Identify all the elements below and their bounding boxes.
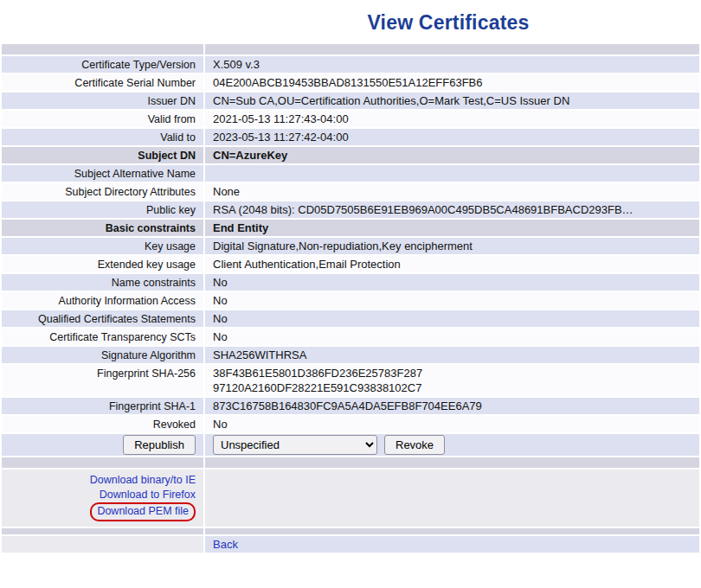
name-constraints-value: No (205, 274, 699, 291)
subject-directory-attributes-value: None (205, 183, 699, 200)
row-serial-number: Certificate Serial Number 04E200ABCB1945… (2, 74, 699, 91)
issuer-dn-label: Issuer DN (2, 93, 203, 109)
certificate-type-value: X.509 v.3 (205, 56, 699, 73)
revoke-button[interactable]: Revoke (384, 435, 445, 455)
row-fingerprint-sha1: Fingerprint SHA-1 873C16758B164830FC9A5A… (2, 398, 699, 414)
fingerprint-sha1-label: Fingerprint SHA-1 (2, 398, 203, 414)
back-link[interactable]: Back (213, 538, 238, 551)
spacer-row-mid-2 (2, 528, 699, 534)
valid-to-label: Valid to (2, 129, 203, 145)
serial-number-value: 04E200ABCB19453BBAD8131550E51A12EFF63FB6 (205, 74, 699, 91)
subject-alt-name-label: Subject Alternative Name (2, 165, 203, 182)
basic-constraints-value: End Entity (205, 220, 699, 236)
spacer-cell (2, 528, 203, 534)
fingerprint-sha256-label: Fingerprint SHA-256 (2, 365, 203, 396)
subject-alt-name-value (205, 165, 699, 182)
row-valid-to: Valid to 2023-05-13 11:27:42-04:00 (2, 129, 699, 145)
spacer-cell (2, 457, 203, 468)
public-key-label: Public key (2, 201, 203, 218)
row-certificate-type: Certificate Type/Version X.509 v.3 (2, 56, 699, 73)
republish-button[interactable]: Republish (123, 435, 196, 455)
key-usage-value: Digital Signature,Non-repudiation,Key en… (205, 238, 699, 254)
subject-dn-label: Subject DN (2, 147, 203, 163)
subject-dn-value: CN=AzureKey (205, 147, 699, 163)
back-cell: Back (205, 536, 699, 553)
row-name-constraints: Name constraints No (2, 274, 699, 291)
name-constraints-label: Name constraints (2, 274, 203, 291)
certificate-transparency-scts-label: Certificate Transparency SCTs (2, 329, 203, 345)
spacer-row-mid-1 (2, 457, 699, 468)
row-fingerprint-sha256: Fingerprint SHA-256 38F43B61E5801D386FD2… (2, 365, 699, 396)
row-revoked: Revoked No (2, 416, 699, 432)
row-qualified-certificates-statements: Qualified Certificates Statements No (2, 310, 699, 327)
pem-highlight-ring: Download PEM file (90, 502, 196, 521)
certificate-transparency-scts-value: No (205, 329, 699, 345)
subject-directory-attributes-label: Subject Directory Attributes (2, 183, 203, 200)
certificate-type-label: Certificate Type/Version (2, 56, 203, 73)
spacer-cell (205, 457, 699, 468)
downloads-empty-cell (205, 470, 699, 527)
row-downloads: Download binary/to IE Download to Firefo… (2, 470, 699, 527)
extended-key-usage-label: Extended key usage (2, 256, 203, 272)
revocation-reason-select[interactable]: Unspecified (213, 435, 377, 455)
page-title: View Certificates (196, 11, 701, 35)
qualified-certificates-statements-value: No (205, 310, 699, 327)
certificate-table: Certificate Type/Version X.509 v.3 Certi… (0, 42, 701, 554)
row-signature-algorithm: Signature Algorithm SHA256WITHRSA (2, 347, 699, 363)
back-empty-cell (2, 536, 203, 553)
spacer-cell (205, 528, 699, 534)
fingerprint-sha256-line2: 97120A2160DF28221E591C93838102C7 (213, 380, 691, 395)
row-back: Back (2, 536, 699, 553)
serial-number-label: Certificate Serial Number (2, 74, 203, 91)
row-key-usage: Key usage Digital Signature,Non-repudiat… (2, 238, 699, 254)
row-subject-dn: Subject DN CN=AzureKey (2, 147, 699, 163)
fingerprint-sha1-value: 873C16758B164830FC9A5A4DA5EFB8F704EE6A79 (205, 398, 699, 414)
download-binary-ie-link[interactable]: Download binary/to IE (90, 474, 196, 486)
fingerprint-sha256-value: 38F43B61E5801D386FD236E25783F287 97120A2… (205, 365, 699, 396)
revoked-value: No (205, 416, 699, 432)
view-certificates-page: View Certificates Certificate Type/Versi… (0, 0, 701, 588)
fingerprint-sha256-line1: 38F43B61E5801D386FD236E25783F287 (213, 366, 691, 380)
row-valid-from: Valid from 2021-05-13 11:27:43-04:00 (2, 111, 699, 127)
spacer-cell (2, 44, 203, 54)
republish-cell: Republish (2, 434, 203, 456)
row-issuer-dn: Issuer DN CN=Sub CA,OU=Certification Aut… (2, 93, 699, 109)
key-usage-label: Key usage (2, 238, 203, 254)
row-extended-key-usage: Extended key usage Client Authentication… (2, 256, 699, 272)
revoked-label: Revoked (2, 416, 203, 432)
signature-algorithm-value: SHA256WITHRSA (205, 347, 699, 363)
row-public-key: Public key RSA (2048 bits): CD05D7505B6E… (2, 201, 699, 218)
download-links-cell: Download binary/to IE Download to Firefo… (2, 470, 203, 527)
issuer-dn-value: CN=Sub CA,OU=Certification Authorities,O… (205, 93, 699, 109)
download-firefox-link[interactable]: Download to Firefox (100, 489, 196, 501)
valid-from-value: 2021-05-13 11:27:43-04:00 (205, 111, 699, 127)
row-subject-directory-attributes: Subject Directory Attributes None (2, 183, 699, 200)
row-authority-information-access: Authority Information Access No (2, 292, 699, 309)
public-key-value: RSA (2048 bits): CD05D7505B6E91EB969A00C… (205, 201, 699, 218)
spacer-cell (205, 44, 699, 54)
revoke-cell: Unspecified Revoke (205, 434, 699, 456)
valid-to-value: 2023-05-13 11:27:42-04:00 (205, 129, 699, 145)
spacer-row-top (2, 44, 699, 54)
row-certificate-transparency-scts: Certificate Transparency SCTs No (2, 329, 699, 345)
authority-information-access-label: Authority Information Access (2, 292, 203, 309)
extended-key-usage-value: Client Authentication,Email Protection (205, 256, 699, 272)
authority-information-access-value: No (205, 292, 699, 309)
signature-algorithm-label: Signature Algorithm (2, 347, 203, 363)
row-actions: Republish Unspecified Revoke (2, 434, 699, 456)
qualified-certificates-statements-label: Qualified Certificates Statements (2, 310, 203, 327)
valid-from-label: Valid from (2, 111, 203, 127)
row-subject-alt-name: Subject Alternative Name (2, 165, 699, 182)
download-pem-link[interactable]: Download PEM file (97, 505, 189, 517)
basic-constraints-label: Basic constraints (2, 220, 203, 236)
row-basic-constraints: Basic constraints End Entity (2, 220, 699, 236)
